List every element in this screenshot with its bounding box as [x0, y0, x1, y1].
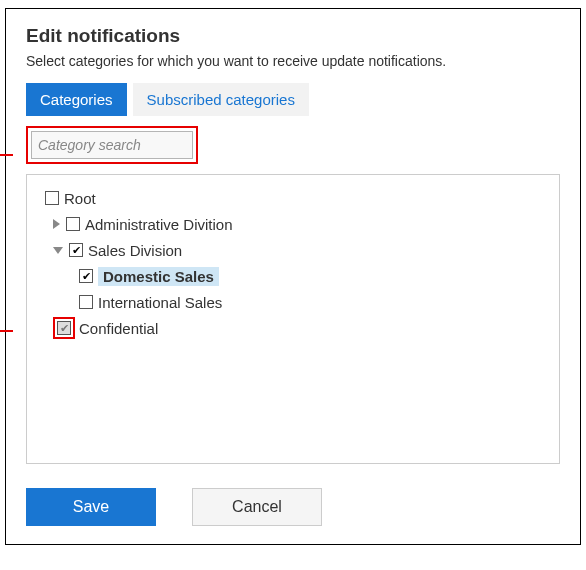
tree-node-confidential: Confidential — [53, 315, 547, 341]
dialog-buttons: Save Cancel — [26, 482, 560, 526]
annotation-b-line — [0, 330, 13, 332]
label-confidential: Confidential — [79, 320, 158, 337]
annotation-a-line — [0, 154, 13, 156]
category-tree: Root Administrative Divition Sales Divis… — [26, 174, 560, 464]
checkbox-sales[interactable] — [69, 243, 83, 257]
label-admin: Administrative Divition — [85, 216, 233, 233]
checkbox-confidential-highlight — [53, 317, 75, 339]
label-domestic[interactable]: Domestic Sales — [98, 267, 219, 286]
tree-node-admin: Administrative Divition — [53, 211, 547, 237]
checkbox-root[interactable] — [45, 191, 59, 205]
tree-node-root: Root — [45, 185, 547, 211]
tree-node-international: International Sales — [79, 289, 547, 315]
label-sales: Sales Division — [88, 242, 182, 259]
edit-notifications-dialog: a) b) Edit notifications Select categori… — [5, 8, 581, 545]
search-highlight — [26, 126, 198, 164]
save-button[interactable]: Save — [26, 488, 156, 526]
label-international: International Sales — [98, 294, 222, 311]
search-input[interactable] — [38, 137, 215, 153]
label-root: Root — [64, 190, 96, 207]
tree-node-sales: Sales Division — [53, 237, 547, 263]
tab-categories[interactable]: Categories — [26, 83, 127, 116]
dialog-subtitle: Select categories for which you want to … — [26, 53, 560, 69]
dialog-title: Edit notifications — [26, 25, 560, 47]
tabs: Categories Subscribed categories — [26, 83, 560, 116]
expand-icon[interactable] — [53, 219, 60, 229]
checkbox-confidential[interactable] — [57, 321, 71, 335]
annotation-a: a) — [0, 147, 13, 162]
tree-node-domestic: Domestic Sales — [79, 263, 547, 289]
collapse-icon[interactable] — [53, 247, 63, 254]
checkbox-international[interactable] — [79, 295, 93, 309]
cancel-button[interactable]: Cancel — [192, 488, 322, 526]
checkbox-admin[interactable] — [66, 217, 80, 231]
tab-subscribed[interactable]: Subscribed categories — [133, 83, 309, 116]
annotation-b: b) — [0, 323, 13, 338]
search-box — [31, 131, 193, 159]
checkbox-domestic[interactable] — [79, 269, 93, 283]
